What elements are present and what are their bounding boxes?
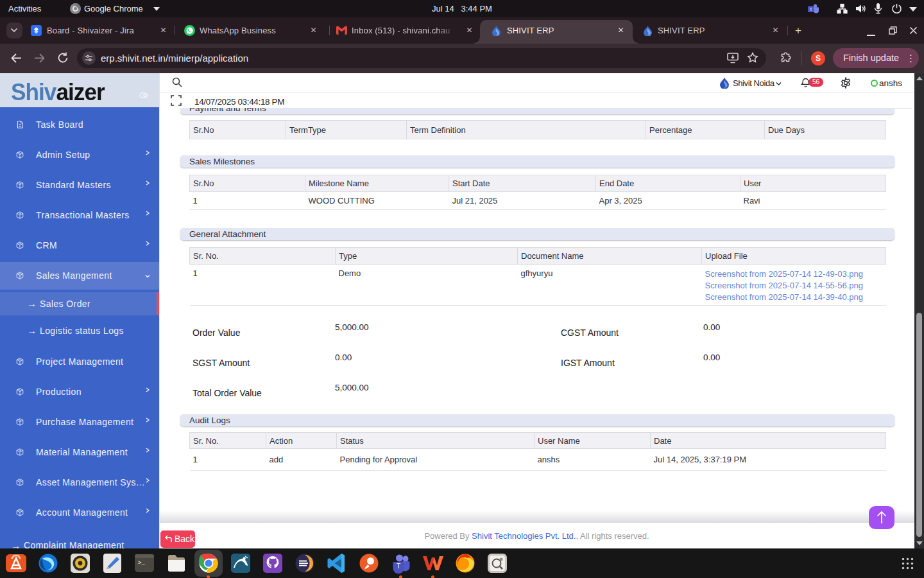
svg-text:T: T xyxy=(809,6,812,12)
svg-text:T: T xyxy=(397,563,400,570)
svg-text:>_: >_ xyxy=(138,560,145,566)
